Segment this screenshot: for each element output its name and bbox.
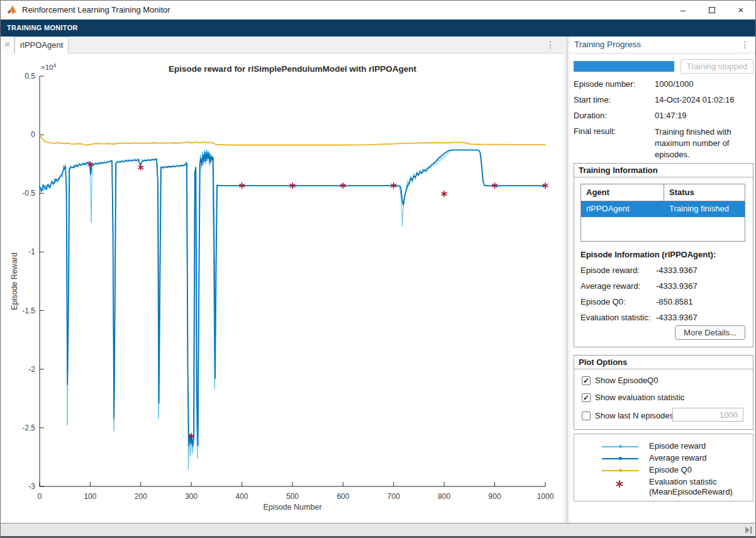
window-title: Reinforcement Learning Training Monitor [22, 1, 170, 20]
legend-label-line2: (MeanEpisodeReward) [649, 487, 733, 497]
table-row[interactable]: rlPPOAgent Training finished [581, 201, 745, 217]
final-result-label: Final result: [574, 126, 654, 136]
svg-text:-0.5: -0.5 [22, 189, 35, 198]
svg-text:700: 700 [387, 492, 400, 501]
svg-text:1000: 1000 [537, 492, 554, 501]
svg-text:0: 0 [31, 130, 35, 139]
document-tab-bar: ≡ rlPPOAgent ⋮ [1, 36, 563, 53]
matlab-logo-icon [6, 4, 18, 16]
more-details-button[interactable]: More Details... [675, 325, 745, 340]
app-window: Reinforcement Learning Training Monitor … [0, 0, 756, 538]
tab-rlppoagent[interactable]: rlPPOAgent [14, 36, 69, 53]
legend-label: Episode Q0 [649, 465, 692, 475]
legend-label-line1: Evaluation statistic [649, 477, 717, 487]
svg-text:600: 600 [336, 492, 349, 501]
final-result-value: Training finished with maximum number of… [655, 126, 754, 160]
svg-text:300: 300 [185, 492, 197, 501]
legend-item-average-reward: Average reward [574, 453, 753, 464]
episode-reward-line-swatch [602, 446, 638, 447]
status-bar [1, 523, 756, 536]
close-button[interactable]: × [726, 1, 755, 20]
start-time-value: 14-Oct-2024 01:02:16 [655, 95, 754, 104]
training-stopped-button[interactable]: Training stopped [681, 59, 753, 74]
chart-panel: 010020030040050060070080090010000.50-0.5… [1, 53, 563, 523]
episode-number-value: 1000/1000 [655, 79, 754, 89]
series-episode-q0 [40, 135, 545, 145]
duration-label: Duration: [574, 111, 654, 120]
maximize-icon [709, 7, 715, 13]
legend-item-episode-q0: Episode Q0 [574, 465, 753, 476]
svg-text:-2: -2 [28, 365, 35, 374]
episode-reward-value: -4333.9367 [656, 266, 744, 275]
chart-title: Episode reward for rlSimplePendulumModel… [169, 64, 416, 74]
panel-kebab-icon[interactable]: ⋮ [739, 36, 750, 53]
episode-q0-value: -850.8581 [656, 297, 744, 306]
svg-text:0: 0 [38, 492, 42, 501]
show-evaluation-statistic-label: Show evaluation statistic [595, 393, 684, 402]
evaluation-statistic-markers [87, 161, 548, 439]
episode-reward-label: Episode reward: [581, 266, 655, 275]
episode-q0-line-swatch [602, 470, 638, 471]
y-axis-label: Episode Reward [10, 252, 19, 310]
average-reward-value: -4333.9367 [656, 281, 744, 291]
legend-item-episode-reward: Episode reward [574, 441, 753, 452]
training-chart[interactable]: 010020030040050060070080090010000.50-0.5… [1, 53, 563, 519]
series-average-reward [40, 150, 545, 446]
agent-cell: rlPPOAgent [581, 201, 664, 217]
start-time-label: Start time: [574, 95, 654, 104]
svg-text:100: 100 [84, 492, 96, 501]
legend-item-evaluation-statistic: Evaluation statistic (MeanEpisodeReward) [574, 477, 753, 500]
panel-title: Training Progress [574, 36, 641, 53]
show-episodeq0-label: Show EpisodeQ0 [595, 376, 658, 385]
plot-options-title: Plot Options [574, 356, 753, 369]
title-bar: Reinforcement Learning Training Monitor … [1, 1, 756, 20]
svg-text:-1: -1 [28, 247, 35, 256]
episode-information-title: Episode Information (rlPPOAgent): [581, 250, 716, 259]
episode-number-label: Episode number: [574, 79, 654, 89]
show-last-n-episodes-label: Show last N episodes [595, 411, 674, 420]
legend-label: Average reward [649, 453, 707, 463]
svg-text:400: 400 [236, 492, 248, 501]
svg-text:-2.5: -2.5 [22, 423, 35, 432]
svg-text:800: 800 [438, 492, 450, 501]
average-reward-label: Average reward: [581, 281, 655, 291]
average-reward-line-swatch [602, 458, 638, 459]
agent-status-table[interactable]: Agent Status rlPPOAgent Training finishe… [581, 184, 745, 242]
skip-to-end-icon[interactable] [744, 526, 753, 534]
show-last-n-episodes-checkbox[interactable] [582, 412, 591, 420]
column-agent: Agent [581, 184, 664, 201]
svg-text:500: 500 [286, 492, 299, 501]
panel-resizer[interactable] [563, 36, 570, 523]
training-progress-panel: Training Progress ⋮ Training stopped Epi… [570, 36, 756, 523]
asterisk-icon [614, 479, 625, 489]
training-information-title: Training Information [574, 164, 753, 177]
legend-label: Episode reward [649, 441, 706, 451]
tab-kebab-icon[interactable]: ⋮ [544, 36, 557, 53]
show-evaluation-statistic-checkbox[interactable] [582, 393, 591, 402]
svg-text:0.5: 0.5 [25, 72, 35, 81]
svg-text:200: 200 [135, 492, 147, 501]
status-cell: Training finished [664, 201, 745, 217]
svg-text:900: 900 [489, 492, 501, 501]
table-header-row: Agent Status [581, 184, 745, 201]
plot-options-section: Plot Options Show EpisodeQ0 Show evaluat… [574, 355, 753, 430]
training-progress-bar [574, 61, 674, 72]
training-information-section: Training Information Agent Status rlPPOA… [574, 163, 753, 347]
show-episodeq0-checkbox[interactable] [582, 376, 591, 385]
ribbon-toolstrip: TRAINING MONITOR [1, 20, 756, 36]
svg-text:-1.5: -1.5 [22, 306, 35, 315]
duration-value: 01:47:19 [655, 111, 754, 120]
evaluation-statistic-value: -4333.9367 [656, 313, 744, 322]
maximize-button[interactable] [698, 1, 726, 20]
chart-legend: Episode reward Average reward Episode Q0… [574, 434, 753, 502]
minimize-button[interactable]: – [669, 1, 698, 20]
ribbon-tab-training-monitor[interactable]: TRAINING MONITOR [7, 20, 78, 36]
column-status: Status [664, 184, 745, 201]
y-axis-multiplier: ×104 [41, 62, 57, 71]
grip-icon[interactable]: ≡ [1, 36, 14, 53]
panel-header: Training Progress ⋮ [570, 36, 756, 53]
svg-text:-3: -3 [28, 482, 35, 491]
evaluation-statistic-label: Evaluation statistic: [581, 313, 655, 322]
episode-q0-label: Episode Q0: [581, 297, 655, 306]
n-episodes-input[interactable] [672, 408, 743, 422]
